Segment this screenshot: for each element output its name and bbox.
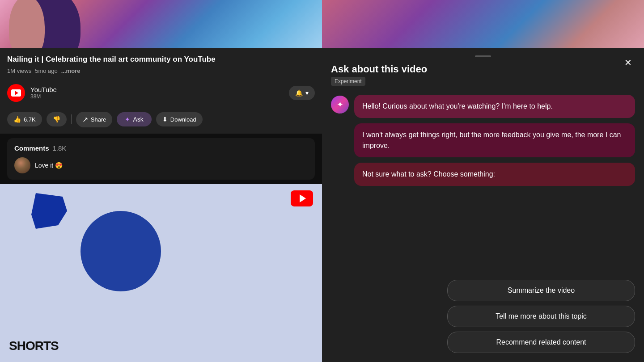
yt-shorts-play-icon [300, 194, 306, 202]
ai-message-row-2: I won't always get things right, but the… [331, 123, 635, 157]
channel-subs: 38M [30, 93, 57, 100]
video-meta: 1M views 5mo ago ...more [7, 67, 315, 74]
left-panel: Nailing it | Celebrating the nail art co… [0, 0, 322, 362]
comments-section: Comments 1.8K Love it 😍 [7, 138, 315, 180]
comment-row: Love it 😍 [14, 157, 308, 173]
ai-message-row-3: Not sure what to ask? Choose something: [331, 163, 635, 186]
ai-bubble-3: Not sure what to ask? Choose something: [354, 163, 635, 186]
commenter-avatar-image [14, 157, 30, 173]
comments-title: Comments [14, 144, 49, 152]
share-icon [82, 115, 88, 124]
ai-message-row-1: ✦ Hello! Curious about what you're watch… [331, 95, 635, 118]
ask-spark-icon [125, 116, 130, 123]
actions-row: 6.7K Share Ask Download [0, 107, 322, 134]
squiggle-shape [27, 193, 72, 229]
download-button[interactable]: Download [156, 112, 203, 126]
share-button[interactable]: Share [76, 112, 113, 127]
channel-info: YouTube 38M [30, 86, 57, 100]
ai-panel-header: Ask about this video Experiment ✕ [322, 48, 644, 89]
like-icon [13, 116, 21, 123]
ask-button[interactable]: Ask [117, 112, 151, 126]
close-button[interactable]: ✕ [621, 55, 635, 70]
yt-play-triangle [15, 91, 18, 95]
ai-panel: Ask about this video Experiment ✕ ✦ Hell… [322, 48, 644, 362]
ai-bubble-2: I won't always get things right, but the… [354, 123, 635, 157]
channel-name[interactable]: YouTube [30, 86, 57, 93]
ai-bubble-1: Hello! Curious about what you're watchin… [354, 95, 635, 118]
circle-shape [80, 211, 161, 291]
comments-header: Comments 1.8K [14, 144, 308, 152]
channel-row: YouTube 38M [0, 79, 322, 107]
video-title: Nailing it | Celebrating the nail art co… [7, 55, 315, 65]
video-info: Nailing it | Celebrating the nail art co… [0, 48, 322, 79]
suggestions-row: Summarize the video Tell me more about t… [322, 276, 644, 362]
ask-label: Ask [133, 116, 143, 123]
shorts-bg: SHORTS [0, 184, 322, 362]
bell-icon [295, 89, 303, 97]
comments-count: 1.8K [53, 144, 67, 152]
video-thumbnail-top [0, 0, 322, 48]
yt-logo-icon [11, 89, 21, 97]
suggestion-more-topic[interactable]: Tell me more about this topic [447, 306, 635, 327]
suggestion-recommend[interactable]: Recommend related content [447, 332, 635, 353]
drag-handle[interactable] [475, 55, 491, 57]
ai-panel-title: Ask about this video [331, 63, 635, 75]
dislike-icon [53, 116, 60, 123]
suggestion-summarize[interactable]: Summarize the video [447, 280, 635, 301]
video-thumbnail-right [322, 0, 644, 48]
share-label: Share [91, 116, 106, 123]
action-divider [71, 114, 72, 124]
shorts-thumbnail[interactable]: SHORTS [0, 184, 322, 362]
chevron-down-icon [305, 89, 309, 97]
view-count: 1M views [7, 67, 31, 74]
download-label: Download [170, 116, 196, 123]
right-panel: Ask about this video Experiment ✕ ✦ Hell… [322, 0, 644, 362]
like-count: 6.7K [24, 116, 36, 123]
channel-left: YouTube 38M [7, 84, 57, 102]
more-link[interactable]: ...more [61, 67, 80, 74]
dislike-button[interactable] [47, 112, 67, 126]
experiment-badge: Experiment [331, 77, 365, 86]
ai-spark-icon: ✦ [337, 100, 343, 109]
like-button[interactable]: 6.7K [7, 112, 42, 126]
yt-shorts-logo [291, 190, 313, 206]
ai-messages: ✦ Hello! Curious about what you're watch… [322, 89, 644, 276]
comment-text: Love it 😍 [35, 162, 63, 169]
time-ago: 5mo ago [35, 67, 58, 74]
commenter-avatar [14, 157, 30, 173]
bell-button[interactable] [289, 86, 315, 100]
shorts-label: SHORTS [9, 339, 59, 353]
ai-avatar: ✦ [331, 96, 349, 114]
download-icon [162, 116, 168, 123]
channel-avatar[interactable] [7, 84, 25, 102]
close-icon: ✕ [624, 57, 632, 68]
